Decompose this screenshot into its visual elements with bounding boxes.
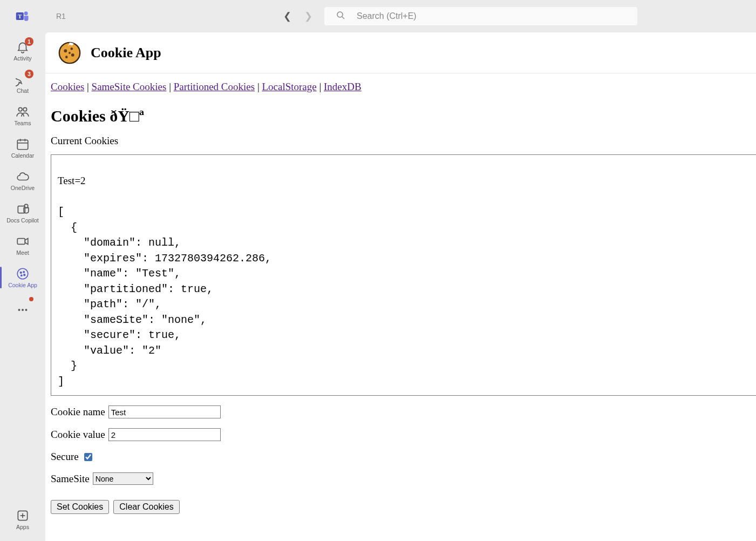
back-arrow-icon[interactable]: ❮ bbox=[283, 10, 291, 22]
rail-chat[interactable]: 3 Chat bbox=[0, 67, 45, 99]
link-indexdb[interactable]: IndexDB bbox=[324, 81, 362, 92]
svg-point-15 bbox=[20, 272, 22, 274]
svg-point-2 bbox=[24, 11, 28, 15]
nav-sep: | bbox=[255, 81, 262, 92]
search-input[interactable] bbox=[324, 7, 637, 25]
svg-point-6 bbox=[23, 108, 27, 112]
svg-point-21 bbox=[25, 309, 28, 311]
bell-icon: 1 bbox=[15, 39, 30, 55]
cookie-app-icon bbox=[57, 40, 82, 65]
svg-point-14 bbox=[17, 268, 28, 279]
rail-apps-label: Apps bbox=[16, 524, 29, 531]
rail-overflow[interactable] bbox=[0, 294, 45, 326]
rail-onedrive[interactable]: OneDrive bbox=[0, 164, 45, 197]
docs-copilot-icon bbox=[15, 201, 30, 217]
samesite-select[interactable]: NoneLaxStrict bbox=[93, 472, 153, 485]
rail-cookieapp-label: Cookie App bbox=[8, 282, 37, 289]
cookies-output: Test=2 [ { "domain": null, "expires": 17… bbox=[51, 154, 756, 396]
more-icon bbox=[15, 302, 30, 317]
rail-apps[interactable]: Apps bbox=[0, 503, 45, 536]
cookie-summary: Test=2 bbox=[58, 175, 86, 186]
rail-chat-label: Chat bbox=[17, 88, 29, 94]
secure-checkbox[interactable] bbox=[84, 453, 92, 461]
tenant-label: R1 bbox=[56, 12, 66, 21]
people-icon bbox=[15, 104, 30, 119]
rail-teams[interactable]: Teams bbox=[0, 99, 45, 132]
svg-point-29 bbox=[65, 56, 68, 58]
rail-docscopilot-label: Docs Copilot bbox=[6, 218, 39, 224]
overflow-notification-dot bbox=[29, 297, 33, 301]
cookie-value-input[interactable] bbox=[108, 428, 221, 441]
page-heading: Cookies ðŸ□ª bbox=[51, 107, 756, 125]
app-title: Cookie App bbox=[91, 45, 161, 61]
link-samesite[interactable]: SameSite Cookies bbox=[92, 81, 167, 92]
rail-activity[interactable]: 1 Activity bbox=[0, 35, 45, 67]
cookie-icon bbox=[15, 266, 30, 281]
apps-icon bbox=[15, 508, 30, 523]
forward-arrow-icon: ❯ bbox=[304, 10, 312, 22]
rail-cookieapp[interactable]: Cookie App bbox=[0, 261, 45, 294]
video-icon bbox=[15, 234, 30, 249]
link-cookies[interactable]: Cookies bbox=[51, 81, 84, 92]
chat-icon: 3 bbox=[15, 72, 30, 87]
svg-point-5 bbox=[18, 108, 22, 112]
svg-point-27 bbox=[71, 48, 73, 50]
rail-docscopilot[interactable]: Docs Copilot bbox=[0, 197, 45, 229]
link-partitioned[interactable]: Partitioned Cookies bbox=[174, 81, 255, 92]
cookie-name-input[interactable] bbox=[108, 405, 221, 418]
activity-badge: 1 bbox=[25, 37, 33, 46]
teams-logo: T bbox=[0, 9, 45, 24]
calendar-icon bbox=[15, 137, 30, 152]
rail-calendar[interactable]: Calendar bbox=[0, 132, 45, 164]
rail-activity-label: Activity bbox=[13, 56, 31, 62]
svg-point-19 bbox=[18, 309, 21, 311]
svg-text:T: T bbox=[18, 13, 22, 19]
app-header: Cookie App bbox=[45, 32, 756, 73]
rail-calendar-label: Calendar bbox=[11, 153, 35, 159]
nav-links: Cookies | SameSite Cookies | Partitioned… bbox=[51, 81, 756, 93]
cookie-json: [ { "domain": null, "expires": 173278039… bbox=[58, 206, 271, 388]
svg-point-30 bbox=[69, 52, 71, 54]
rail-meet-label: Meet bbox=[16, 250, 29, 256]
nav-sep: | bbox=[317, 81, 324, 92]
cookie-value-label: Cookie value bbox=[51, 429, 105, 441]
nav-sep: | bbox=[84, 81, 91, 92]
chat-badge: 3 bbox=[25, 70, 33, 78]
svg-point-18 bbox=[21, 275, 22, 276]
rail-meet[interactable]: Meet bbox=[0, 229, 45, 261]
cloud-icon bbox=[15, 169, 30, 184]
cookie-name-label: Cookie name bbox=[51, 406, 105, 418]
svg-rect-13 bbox=[17, 239, 25, 245]
svg-point-16 bbox=[23, 272, 24, 273]
nav-sep: | bbox=[166, 81, 173, 92]
left-rail: 1 Activity 3 Chat Teams Calendar bbox=[0, 32, 45, 541]
svg-point-28 bbox=[71, 53, 74, 56]
svg-point-26 bbox=[64, 49, 67, 52]
search-box[interactable] bbox=[324, 7, 637, 25]
link-localstorage[interactable]: LocalStorage bbox=[262, 81, 316, 92]
svg-rect-7 bbox=[17, 140, 28, 150]
secure-label: Secure bbox=[51, 451, 79, 463]
svg-point-20 bbox=[22, 309, 24, 311]
set-cookies-button[interactable]: Set Cookies bbox=[51, 500, 109, 514]
samesite-label: SameSite bbox=[51, 473, 90, 485]
svg-point-3 bbox=[337, 12, 343, 17]
svg-point-17 bbox=[24, 274, 25, 276]
search-icon bbox=[336, 11, 345, 22]
svg-line-4 bbox=[342, 17, 344, 19]
current-cookies-label: Current Cookies bbox=[51, 135, 756, 147]
clear-cookies-button[interactable]: Clear Cookies bbox=[113, 500, 179, 514]
rail-teams-label: Teams bbox=[15, 120, 31, 127]
rail-onedrive-label: OneDrive bbox=[11, 185, 35, 192]
